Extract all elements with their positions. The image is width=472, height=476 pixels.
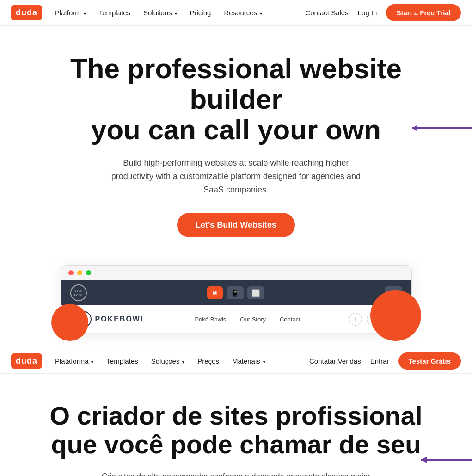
nav-resources[interactable]: Resources ▾ <box>224 9 262 17</box>
inner-nav-left: YourLogo <box>70 284 87 301</box>
nav-pricing[interactable]: Pricing <box>190 9 211 17</box>
nav-platform[interactable]: Platform ▾ <box>55 9 86 17</box>
nav-overlay-pt: duda Plataforma ▾ Templates Soluções ▾ P… <box>0 348 472 374</box>
tablet-view-button[interactable]: 📱 <box>227 286 244 299</box>
nav-materiais[interactable]: Materiais ▾ <box>232 357 265 365</box>
contact-sales-link[interactable]: Contact Sales <box>305 9 348 17</box>
dot-red <box>68 270 74 275</box>
hero-subtitle-pt: Crie sites de alto desempenho conforme a… <box>98 470 375 476</box>
orange-blob-1 <box>370 290 421 341</box>
browser-mockup-1-wrapper: YourLogo 🖥 📱 ⬜ 🏠 🍜 POKEBOWL Poké Bowls O… <box>56 265 417 334</box>
hero-cta-button-en[interactable]: Let's Build Websites <box>177 213 295 237</box>
nav-right-pt: Contatar Vendas Entrar Testar Grátis <box>309 352 461 370</box>
nav-templates[interactable]: Templates <box>99 9 130 17</box>
testar-gratis-button[interactable]: Testar Grátis <box>398 352 461 370</box>
nav-solucoes[interactable]: Soluções ▾ <box>151 357 185 365</box>
nav-right: Contact Sales Log In Start a Free Trial <box>305 4 461 21</box>
hero-title-en: The professional website builder you can… <box>46 54 426 145</box>
nav-solutions[interactable]: Solutions ▾ <box>143 9 177 17</box>
dot-green <box>86 270 91 275</box>
pokebowl-brand: POKEBOWL <box>95 315 146 323</box>
nav-left-pt: duda Plataforma ▾ Templates Soluções ▾ P… <box>11 353 265 369</box>
social-facebook[interactable]: f <box>349 313 362 326</box>
orange-blob-left-1 <box>51 304 88 341</box>
arrow-decoration-pt <box>421 459 472 461</box>
arrow-head-left <box>412 125 417 131</box>
browser-chrome-1 <box>61 266 411 280</box>
inner-builder-nav: YourLogo 🖥 📱 ⬜ 🏠 <box>61 280 411 305</box>
nav-left: duda Platform ▾ Templates Solutions ▾ Pr… <box>11 5 262 20</box>
hero-section-pt: O criador de sites profissional que você… <box>0 374 472 476</box>
hero-subtitle-en: Build high-performing websites at scale … <box>107 156 366 196</box>
nav-templates-pt[interactable]: Templates <box>106 357 138 365</box>
desktop-view-button[interactable]: 🖥 <box>207 286 223 299</box>
nav-top: duda Platform ▾ Templates Solutions ▾ Pr… <box>0 0 472 26</box>
start-trial-button[interactable]: Start a Free Trial <box>386 4 461 21</box>
pokebowl-links: Poké Bowls Our Story Contact <box>195 316 300 323</box>
arrow-head-pt <box>421 457 427 463</box>
inner-logo-icon: YourLogo <box>70 284 87 301</box>
mobile-view-button[interactable]: ⬜ <box>247 286 264 299</box>
contatar-vendas-link[interactable]: Contatar Vendas <box>309 357 361 365</box>
entrar-link[interactable]: Entrar <box>370 357 389 365</box>
login-link[interactable]: Log In <box>358 9 377 17</box>
hero-title-pt: O criador de sites profissional que você… <box>37 402 435 458</box>
browser-mockup-1: YourLogo 🖥 📱 ⬜ 🏠 🍜 POKEBOWL Poké Bowls O… <box>61 265 412 334</box>
hero-section-en: The professional website builder you can… <box>0 26 472 251</box>
pokebowl-link-bowls[interactable]: Poké Bowls <box>195 316 226 323</box>
device-icons: 🖥 📱 ⬜ <box>207 286 264 299</box>
pokebowl-link-story[interactable]: Our Story <box>240 316 266 323</box>
arrow-decoration-en <box>412 127 472 129</box>
duda-logo[interactable]: duda <box>11 5 42 20</box>
dot-yellow <box>77 270 82 275</box>
duda-logo-pt[interactable]: duda <box>11 353 42 369</box>
nav-plataforma[interactable]: Plataforma ▾ <box>55 357 93 365</box>
pokebowl-nav: 🍜 POKEBOWL Poké Bowls Our Story Contact … <box>61 305 411 334</box>
nav-precos[interactable]: Preços <box>197 357 219 365</box>
pokebowl-link-contact[interactable]: Contact <box>280 316 300 323</box>
